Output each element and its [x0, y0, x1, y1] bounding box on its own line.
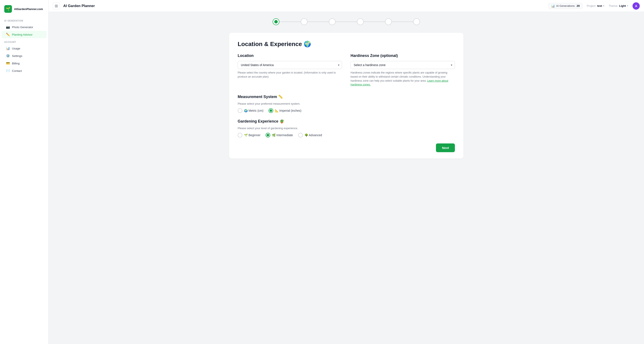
- sidebar-section-account: ACCOUNT 📊 Usage ⚙️ Settings 💳 Billing ✉️…: [0, 38, 48, 75]
- page-title: Location & Experience 🌍: [238, 41, 455, 48]
- main-area: ⊞ AI Garden Planner 📊 AI Generations: 29…: [48, 0, 644, 344]
- metric-option[interactable]: 🌍 Metric (cm): [238, 108, 264, 113]
- location-section: Location United States of America Canada…: [238, 54, 342, 87]
- step-6: [413, 18, 420, 25]
- experience-section: Gardening Experience 🪴 Please select you…: [238, 119, 455, 137]
- project-dropdown[interactable]: Project: test ▾: [587, 4, 604, 8]
- experience-subtitle: Please select your level of gardening ex…: [238, 127, 455, 130]
- step-1: [272, 18, 280, 25]
- chart-icon: 📊: [6, 47, 10, 50]
- experience-radio-group: 🌱 Beginner 🌿 Intermediate 🌳 Advanced: [238, 133, 455, 137]
- hardiness-description: Hardiness zones indicate the regions whe…: [350, 71, 455, 87]
- hardiness-title: Hardiness Zone (optional): [350, 54, 455, 58]
- theme-dropdown[interactable]: Theme: Light ▾: [609, 4, 628, 8]
- sidebar-section-ai-gen: AI GENERATION 📷 Photo Generator ✏️ Plant…: [0, 17, 48, 38]
- intermediate-option[interactable]: 🌿 Intermediate: [266, 133, 293, 137]
- chevron-down-icon: ▾: [603, 5, 604, 7]
- next-button[interactable]: Next: [436, 143, 455, 152]
- gear-icon: ⚙️: [6, 54, 10, 58]
- measurement-title: Measurement System 📏: [238, 94, 455, 99]
- logo-text: AIGardenPlanner.com: [14, 8, 43, 11]
- step-4: [357, 18, 364, 25]
- sidebar-item-label: Billing: [12, 62, 20, 65]
- sidebar-logo: 🌱 AIGardenPlanner.com: [0, 4, 48, 17]
- step-line-1: [280, 22, 301, 22]
- location-title: Location: [238, 54, 342, 58]
- advanced-label: 🌳 Advanced: [304, 133, 322, 137]
- sidebar-section-label-account: ACCOUNT: [0, 38, 48, 45]
- project-label: Project:: [587, 4, 596, 8]
- sidebar-item-label: Photo Generator: [12, 26, 33, 29]
- chevron-down-icon: ▾: [627, 5, 628, 7]
- sidebar-item-label: Settings: [12, 54, 22, 58]
- intermediate-radio[interactable]: [266, 133, 270, 137]
- step-line-3: [336, 22, 357, 22]
- sidebar-item-billing[interactable]: 💳 Billing: [2, 60, 47, 67]
- imperial-option[interactable]: 📐 Imperial (inches): [268, 108, 301, 113]
- hardiness-select-wrapper: Select a hardiness zone Zone 1Zone 2Zone…: [350, 61, 455, 69]
- beginner-option[interactable]: 🌱 Beginner: [238, 133, 260, 137]
- project-value: test: [597, 4, 602, 8]
- advanced-option[interactable]: 🌳 Advanced: [298, 133, 322, 137]
- sidebar-item-contact[interactable]: ✉️ Contact: [2, 67, 47, 74]
- intermediate-label: 🌿 Intermediate: [272, 133, 293, 137]
- advanced-radio[interactable]: [298, 133, 303, 137]
- card-icon: 💳: [6, 61, 10, 65]
- location-select-wrapper: United States of America Canada United K…: [238, 61, 342, 69]
- ai-gen-count: 29: [576, 4, 580, 8]
- metric-radio[interactable]: [238, 108, 242, 113]
- ai-gen-label: AI Generations:: [556, 4, 575, 8]
- step-2: [301, 18, 308, 25]
- topbar-title: AI Garden Planner: [63, 4, 545, 8]
- location-helper-text: Please select the country where your gar…: [238, 71, 342, 79]
- theme-label: Theme:: [609, 4, 618, 8]
- step-3: [329, 18, 336, 25]
- hardiness-section: Hardiness Zone (optional) Select a hardi…: [350, 54, 455, 87]
- location-hardiness-row: Location United States of America Canada…: [238, 54, 455, 87]
- avatar[interactable]: A: [632, 2, 640, 10]
- sidebar-item-label: Contact: [12, 69, 22, 73]
- beginner-label: 🌱 Beginner: [244, 133, 260, 137]
- ai-generations-badge: 📊 AI Generations: 29: [548, 3, 582, 9]
- step-progress: [57, 18, 636, 25]
- hardiness-select[interactable]: Select a hardiness zone Zone 1Zone 2Zone…: [350, 61, 455, 69]
- sidebar: 🌱 AIGardenPlanner.com AI GENERATION 📷 Ph…: [0, 0, 48, 344]
- mail-icon: ✉️: [6, 69, 10, 73]
- sidebar-item-label: Usage: [12, 47, 20, 50]
- card-footer: Next: [238, 143, 455, 152]
- sidebar-item-usage[interactable]: 📊 Usage: [2, 45, 47, 52]
- camera-icon: 📷: [6, 25, 10, 29]
- measurement-section: Measurement System 📏 Please select your …: [238, 94, 455, 113]
- measurement-subtitle: Please select your preferred measurement…: [238, 102, 455, 105]
- content-area: Location & Experience 🌍 Location United …: [48, 12, 644, 344]
- sidebar-item-label: Planting Advisor: [12, 33, 32, 36]
- step-5: [385, 18, 392, 25]
- main-card: Location & Experience 🌍 Location United …: [229, 33, 464, 159]
- sidebar-item-settings[interactable]: ⚙️ Settings: [2, 52, 47, 60]
- step-line-4: [364, 22, 385, 22]
- sidebar-item-photo-generator[interactable]: 📷 Photo Generator: [2, 24, 47, 31]
- beginner-radio[interactable]: [238, 133, 242, 137]
- topbar: ⊞ AI Garden Planner 📊 AI Generations: 29…: [48, 0, 644, 12]
- step-line-5: [392, 22, 413, 22]
- experience-title: Gardening Experience 🪴: [238, 119, 455, 124]
- menu-icon[interactable]: ⊞: [53, 3, 60, 9]
- metric-label: 🌍 Metric (cm): [244, 109, 264, 112]
- imperial-radio[interactable]: [268, 108, 273, 113]
- location-select[interactable]: United States of America Canada United K…: [238, 61, 342, 69]
- step-line-2: [308, 22, 329, 22]
- imperial-label: 📐 Imperial (inches): [275, 109, 301, 112]
- theme-value: Light: [619, 4, 626, 8]
- sidebar-item-planting-advisor[interactable]: ✏️ Planting Advisor: [2, 31, 47, 38]
- chart-bar-icon: 📊: [551, 4, 555, 8]
- pencil-icon: ✏️: [6, 33, 10, 37]
- topbar-right: 📊 AI Generations: 29 Project: test ▾ The…: [548, 2, 640, 10]
- sidebar-section-label-ai: AI GENERATION: [0, 17, 48, 23]
- measurement-radio-group: 🌍 Metric (cm) 📐 Imperial (inches): [238, 108, 455, 113]
- logo-icon: 🌱: [4, 5, 12, 13]
